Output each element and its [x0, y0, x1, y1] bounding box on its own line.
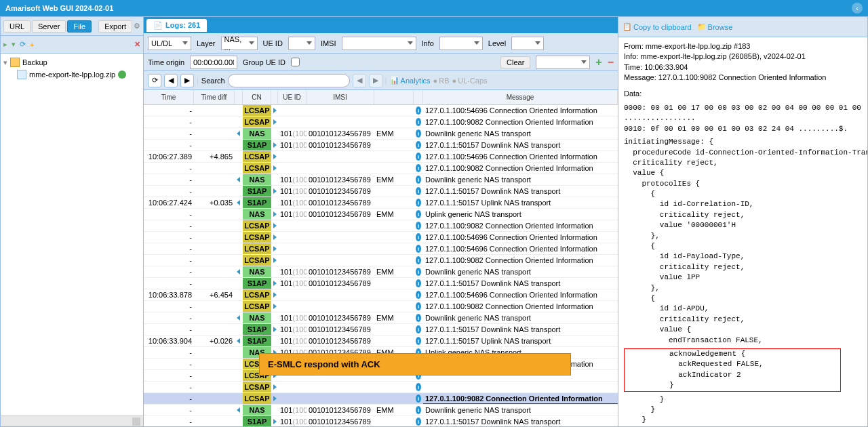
table-row[interactable]: -LCSAPi127.0.1.100:9082 Connection Orien…: [144, 255, 618, 266]
nav-refresh-icon[interactable]: ⟳: [148, 74, 161, 87]
tree-folder-backup[interactable]: ▾ Backup: [1, 56, 143, 68]
arrow-right-icon: [273, 108, 277, 113]
arrow-left-icon: [237, 177, 240, 182]
table-row[interactable]: -LCSAPi127.0.1.100:9082 Connection Orien…: [144, 117, 618, 128]
info-icon[interactable]: i: [416, 325, 421, 333]
left-hscroll[interactable]: [1, 415, 143, 426]
table-row[interactable]: -NAS101 (100)001010123456789EMMiUplink g…: [144, 209, 618, 220]
gear-icon[interactable]: ⚙: [134, 22, 140, 30]
level-combo[interactable]: [511, 37, 544, 50]
log-table: Time Time diff CN UE ID IMSI Message -LC…: [144, 90, 618, 426]
table-row[interactable]: 10:06:33.878+6.454LCSAPi127.0.1.100:5469…: [144, 289, 618, 301]
group-ue-checkbox[interactable]: [291, 58, 300, 66]
nav-fwd-icon[interactable]: ▶: [180, 74, 194, 87]
table-row[interactable]: -LCSAPi127.0.1.100:9082 Connection Orien…: [144, 220, 618, 232]
close-icon[interactable]: ✕: [134, 40, 140, 49]
layer-combo[interactable]: NAS, ...: [221, 37, 258, 50]
info-icon[interactable]: i: [416, 141, 421, 149]
table-row[interactable]: -NAS101 (100)001010123456789EMMiDownlink…: [144, 312, 618, 324]
annotation-callout: E-SMLC respond with ACK: [259, 353, 571, 375]
table-row[interactable]: -LCSAPi127.0.1.100:54696 Connection Orie…: [144, 105, 618, 117]
collapse-icon[interactable]: ▾: [12, 40, 16, 49]
search-input[interactable]: [228, 74, 350, 87]
nav-back-icon[interactable]: ◀: [164, 74, 178, 87]
app-title: Amarisoft Web GUI 2024-02-01: [5, 4, 113, 12]
info-icon[interactable]: i: [416, 383, 421, 391]
info-icon[interactable]: i: [416, 176, 421, 184]
table-row[interactable]: -LCSAPi127.0.1.100:9082 Connection Orien…: [144, 163, 618, 174]
table-row[interactable]: -NAS101 (100)001010123456789EMMiDownlink…: [144, 266, 618, 278]
export-button[interactable]: Export: [98, 20, 132, 33]
ulcaps-button[interactable]: ●UL-Caps: [452, 77, 488, 85]
info-icon[interactable]: i: [416, 279, 421, 287]
info-icon[interactable]: i: [416, 291, 421, 299]
url-button[interactable]: URL: [3, 20, 31, 33]
info-icon[interactable]: i: [416, 406, 421, 414]
copy-clipboard-button[interactable]: 📋Copy to clipboard: [623, 22, 692, 31]
info-icon[interactable]: i: [416, 210, 421, 218]
info-icon[interactable]: i: [416, 245, 421, 253]
arrow-left-icon: [237, 338, 240, 344]
info-icon[interactable]: i: [416, 418, 421, 426]
table-row[interactable]: -LCSAPi127.0.1.100:9082 Connection Orien…: [144, 393, 618, 405]
info-icon[interactable]: i: [416, 187, 421, 195]
info-icon[interactable]: i: [416, 268, 421, 276]
search-next-icon[interactable]: ▶: [369, 74, 382, 87]
browse-button[interactable]: 📁Browse: [697, 22, 733, 31]
table-row[interactable]: -S1AP101 (100)001010123456789i127.0.1.1:…: [144, 416, 618, 426]
time-origin-input[interactable]: [190, 56, 237, 69]
info-icon[interactable]: i: [416, 199, 421, 207]
info-icon[interactable]: i: [416, 233, 421, 241]
table-row[interactable]: -LCSAPi: [144, 382, 618, 393]
info-icon[interactable]: i: [416, 222, 421, 230]
analytics-button[interactable]: 📊Analytics: [390, 76, 431, 85]
tab-logs[interactable]: 📄 Logs: 261: [146, 19, 207, 32]
group-ue-label: Group UE ID: [243, 58, 285, 66]
header-collapse-icon[interactable]: ‹: [852, 3, 863, 14]
table-row[interactable]: -LCSAPi127.0.1.100:54696 Connection Orie…: [144, 232, 618, 243]
info-icon[interactable]: i: [416, 152, 421, 161]
table-row[interactable]: -NAS101 (100)001010123456789EMMiDownlink…: [144, 128, 618, 140]
filter-combo[interactable]: [536, 56, 590, 69]
table-row[interactable]: -LCSAPi127.0.1.100:9082 Connection Orien…: [144, 301, 618, 312]
info-icon[interactable]: i: [416, 164, 421, 172]
filter-bar-2: Time origin Group UE ID Clear + −: [144, 54, 618, 71]
imsi-combo[interactable]: [342, 37, 416, 50]
table-row[interactable]: -S1AP101 (100)001010123456789i127.0.1.1:…: [144, 186, 618, 197]
table-row[interactable]: -S1AP101 (100)001010123456789i127.0.1.1:…: [144, 278, 618, 289]
tree-file[interactable]: mme-export-lte-lpp.log.zip: [1, 68, 143, 81]
tab-bar: 📄 Logs: 261: [144, 17, 618, 33]
add-icon[interactable]: +: [30, 41, 34, 49]
rb-button[interactable]: ●RB: [433, 77, 450, 85]
info-combo[interactable]: [439, 37, 483, 50]
search-prev-icon[interactable]: ◀: [353, 74, 366, 87]
table-row[interactable]: 10:06:27.389+4.865LCSAPi127.0.1.100:5469…: [144, 151, 618, 163]
table-row[interactable]: 10:06:27.424+0.035S1AP101 (100)001010123…: [144, 197, 618, 209]
minus-icon[interactable]: −: [608, 56, 614, 68]
arrow-left-icon: [237, 269, 240, 274]
info-icon[interactable]: i: [416, 256, 421, 264]
expand-icon[interactable]: ▸: [3, 40, 7, 49]
server-button[interactable]: Server: [32, 20, 66, 33]
uldl-combo[interactable]: UL/DL: [148, 37, 191, 50]
ueid-combo[interactable]: [288, 37, 315, 50]
clear-button[interactable]: Clear: [500, 56, 530, 68]
info-icon[interactable]: i: [416, 129, 421, 138]
info-icon[interactable]: i: [416, 106, 421, 115]
table-row[interactable]: -S1AP101 (100)001010123456789i127.0.1.1:…: [144, 324, 618, 336]
info-icon[interactable]: i: [416, 118, 421, 126]
info-icon[interactable]: i: [416, 394, 421, 403]
table-row[interactable]: -S1AP101 (100)001010123456789i127.0.1.1:…: [144, 140, 618, 151]
info-icon[interactable]: i: [416, 302, 421, 310]
info-icon[interactable]: i: [416, 337, 421, 345]
table-row[interactable]: 10:06:33.904+0.026S1AP101 (100)001010123…: [144, 336, 618, 347]
table-row[interactable]: -LCSAPi127.0.1.100:54696 Connection Orie…: [144, 243, 618, 255]
plus-icon[interactable]: +: [595, 56, 601, 68]
info-icon[interactable]: i: [416, 314, 421, 322]
table-row[interactable]: -NAS101 (100)001010123456789EMMiDownlink…: [144, 405, 618, 416]
ueid-label: UE ID: [263, 39, 283, 47]
search-label: Search: [201, 77, 225, 85]
file-button[interactable]: File: [67, 20, 92, 33]
refresh-icon[interactable]: ⟳: [20, 40, 26, 49]
table-row[interactable]: -NAS101 (100)001010123456789EMMiDownlink…: [144, 174, 618, 186]
